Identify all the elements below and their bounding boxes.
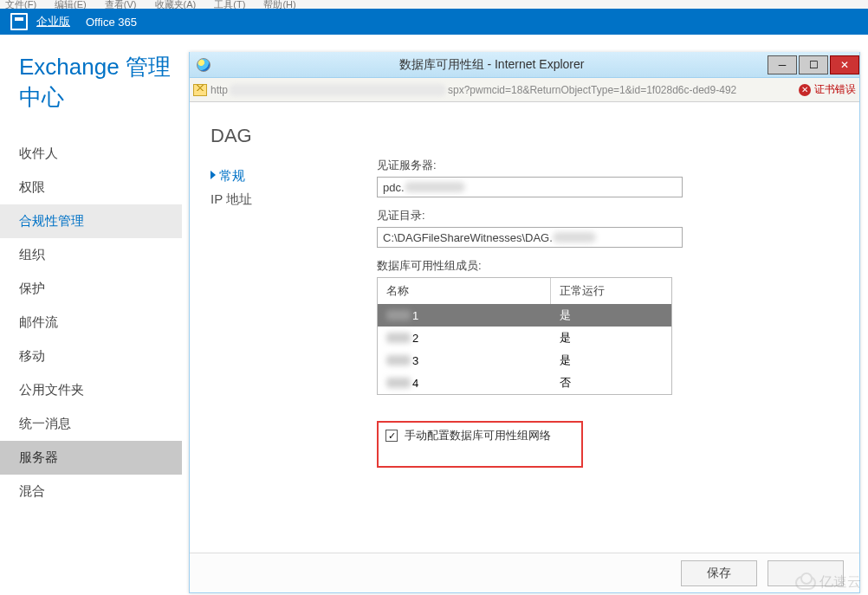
- member-suffix: 4: [412, 377, 418, 390]
- address-bar: http spx?pwmcid=18&ReturnObjectType=1&id…: [190, 78, 859, 102]
- left-nav: 收件人 权限 合规性管理 组织 保护 邮件流 移动 公用文件夹 统一消息 服务器…: [0, 137, 182, 508]
- nav-public-folders[interactable]: 公用文件夹: [0, 373, 182, 407]
- manual-network-highlight: ✓ 手动配置数据库可用性组网络: [377, 421, 583, 468]
- witness-server-label: 见证服务器:: [377, 158, 845, 173]
- members-table: 名称 正常运行 1 是 2 是 3 是 4 否: [377, 277, 672, 395]
- dag-dialog: 数据库可用性组 - Internet Explorer ─ ☐ ✕ http s…: [189, 52, 860, 593]
- col-running[interactable]: 正常运行: [551, 278, 671, 304]
- triangle-icon: [211, 171, 216, 179]
- close-button[interactable]: ✕: [830, 55, 859, 74]
- cloud-icon: [795, 576, 816, 590]
- dialog-footer: 保存: [190, 553, 859, 592]
- witness-server-value: pdc.: [383, 181, 405, 194]
- menu-view[interactable]: 查看(V): [105, 0, 137, 9]
- save-button[interactable]: 保存: [681, 560, 757, 586]
- cert-error-label: 证书错误: [814, 82, 856, 97]
- member-running: 是: [551, 327, 671, 349]
- dag-heading: DAG: [211, 125, 839, 147]
- nav-mobile[interactable]: 移动: [0, 340, 182, 373]
- maximize-button[interactable]: ☐: [799, 55, 828, 74]
- redacted: [386, 310, 411, 320]
- member-row[interactable]: 1 是: [378, 304, 671, 327]
- office-logo-icon: [10, 13, 28, 30]
- redacted: [386, 333, 411, 343]
- cert-error-badge[interactable]: ✕ 证书错误: [799, 82, 856, 97]
- page-title: Exchange 管理中心: [0, 35, 182, 137]
- sidenav-general-label: 常规: [219, 168, 245, 183]
- menu-fav[interactable]: 收藏夹(A): [155, 0, 197, 9]
- watermark-text: 亿速云: [819, 573, 861, 592]
- member-running: 是: [551, 349, 671, 372]
- dialog-side-nav: 常规 IP 地址: [211, 165, 366, 211]
- watermark: 亿速云: [795, 573, 861, 592]
- url-scheme: http: [211, 84, 228, 96]
- redacted: [553, 232, 596, 243]
- product-name: Office 365: [86, 16, 137, 29]
- redacted: [405, 182, 465, 192]
- dialog-title: 数据库可用性组 - Internet Explorer: [217, 57, 766, 73]
- sidenav-ip[interactable]: IP 地址: [211, 188, 366, 211]
- enterprise-link[interactable]: 企业版: [36, 14, 70, 29]
- nav-unified-messaging[interactable]: 统一消息: [0, 407, 182, 441]
- witness-dir-label: 见证目录:: [377, 208, 845, 223]
- nav-permissions[interactable]: 权限: [0, 171, 182, 204]
- witness-server-input[interactable]: pdc.: [377, 177, 683, 197]
- os-menubar: 文件(F) 编辑(E) 查看(V) 收藏夹(A) 工具(T) 帮助(H): [0, 0, 868, 9]
- member-suffix: 1: [412, 309, 418, 322]
- member-row[interactable]: 4 否: [378, 372, 671, 394]
- product-bar: 企业版 Office 365: [0, 9, 868, 35]
- witness-dir-input[interactable]: C:\DAGFileShareWitnesses\DAG.: [377, 227, 683, 248]
- menu-edit[interactable]: 编辑(E): [55, 0, 87, 9]
- member-row[interactable]: 2 是: [378, 327, 671, 349]
- error-icon: ✕: [799, 84, 811, 96]
- sidenav-general[interactable]: 常规: [211, 165, 366, 188]
- url-redacted: [230, 84, 446, 96]
- member-row[interactable]: 3 是: [378, 349, 671, 372]
- minimize-button[interactable]: ─: [768, 55, 797, 74]
- nav-recipients[interactable]: 收件人: [0, 137, 182, 171]
- ie-icon: [197, 58, 211, 72]
- nav-mailflow[interactable]: 邮件流: [0, 306, 182, 340]
- redacted: [386, 378, 411, 388]
- menu-file[interactable]: 文件(F): [5, 0, 36, 9]
- member-running: 是: [551, 304, 671, 327]
- page-icon: [193, 84, 207, 96]
- nav-servers[interactable]: 服务器: [0, 441, 182, 475]
- col-name[interactable]: 名称: [378, 278, 551, 304]
- member-suffix: 2: [412, 332, 418, 345]
- dialog-titlebar: 数据库可用性组 - Internet Explorer ─ ☐ ✕: [190, 52, 859, 78]
- member-suffix: 3: [412, 354, 418, 367]
- nav-compliance[interactable]: 合规性管理: [0, 204, 182, 238]
- members-label: 数据库可用性组成员:: [377, 258, 845, 274]
- members-header: 名称 正常运行: [378, 278, 671, 304]
- witness-dir-value: C:\DAGFileShareWitnesses\DAG.: [383, 231, 553, 244]
- nav-protection[interactable]: 保护: [0, 272, 182, 306]
- nav-hybrid[interactable]: 混合: [0, 475, 182, 508]
- manual-network-label: 手动配置数据库可用性组网络: [405, 428, 551, 443]
- dag-form: 见证服务器: pdc. 见证目录: C:\DAGFileShareWitness…: [377, 158, 845, 468]
- menu-tools[interactable]: 工具(T): [214, 0, 245, 9]
- url-tail: spx?pwmcid=18&ReturnObjectType=1&id=1f02…: [448, 84, 794, 96]
- member-running: 否: [551, 372, 671, 394]
- nav-organization[interactable]: 组织: [0, 238, 182, 272]
- menu-help[interactable]: 帮助(H): [263, 0, 295, 9]
- manual-network-checkbox[interactable]: ✓: [385, 430, 398, 442]
- redacted: [386, 355, 411, 365]
